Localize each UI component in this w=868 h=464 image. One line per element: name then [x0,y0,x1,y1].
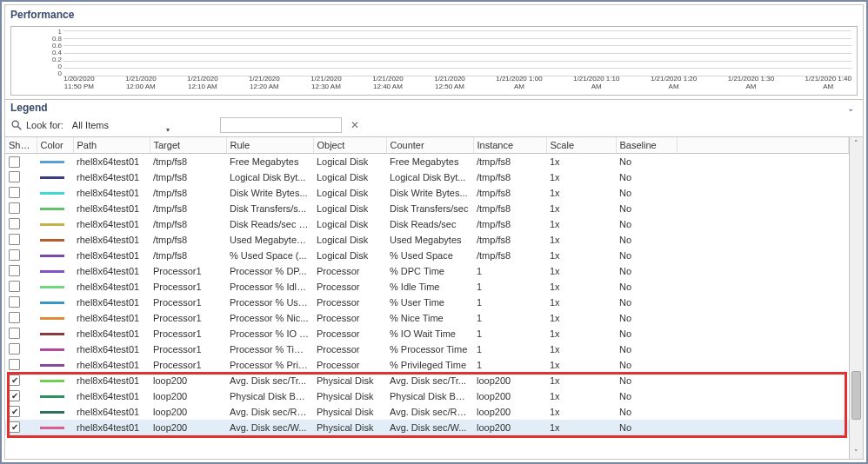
scroll-down-icon[interactable]: ˅ [854,447,858,459]
cell-baseline: No [616,420,677,435]
collapse-icon[interactable]: ⌄ [844,103,858,113]
table-row[interactable]: rhel8x64test01Processor1Processor % Tim.… [5,341,849,357]
cell-counter: Avg. Disk sec/Re... [386,404,473,420]
clear-filter-button[interactable]: ✕ [345,119,364,131]
table-row[interactable]: rhel8x64test01Processor1Processor % IO T… [5,326,849,341]
cell-scale: 1x [546,420,616,435]
table-row[interactable]: rhel8x64test01/tmp/fs8% Used Space (...L… [5,248,849,263]
scope-dropdown-value: All Items [72,120,109,130]
col-object[interactable]: Object [313,137,386,154]
performance-panel-title: Performance [5,5,863,24]
show-checkbox[interactable] [9,218,20,229]
chart-grid [63,30,851,76]
show-checkbox[interactable] [9,312,20,323]
show-checkbox[interactable] [9,406,20,417]
cell-rule: Avg. Disk sec/Tr... [226,373,313,388]
cell-baseline: No [616,279,677,295]
cell-scale: 1x [546,295,616,310]
cell-target: Processor1 [150,279,226,295]
show-checkbox[interactable] [9,249,20,261]
show-checkbox[interactable] [9,281,20,292]
show-checkbox[interactable] [9,328,20,339]
table-row[interactable]: rhel8x64test01loop200Avg. Disk sec/Tr...… [5,373,849,388]
table-row[interactable]: rhel8x64test01loop200Physical Disk Byt..… [5,388,849,404]
cell-counter: % Nice Time [386,310,473,326]
show-checkbox[interactable] [9,359,20,370]
cell-scale: 1x [546,279,616,295]
cell-counter: % Privileged Time [386,357,473,373]
vertical-scrollbar[interactable]: ˄ ˅ [849,137,863,459]
table-row[interactable]: rhel8x64test01Processor1Processor % Priv… [5,357,849,373]
cell-instance: /tmp/fs8 [473,248,546,263]
col-color[interactable]: Color [37,137,73,154]
color-swatch [40,223,64,226]
table-row[interactable]: rhel8x64test01/tmp/fs8Used Megabytes (..… [5,232,849,248]
scope-dropdown[interactable]: All Items ▾ [69,117,173,133]
show-checkbox[interactable] [9,296,20,308]
show-checkbox[interactable] [9,234,20,245]
cell-counter: % Processor Time [386,341,473,357]
col-path[interactable]: Path [73,137,150,154]
scroll-up-icon[interactable]: ˄ [854,137,858,149]
cell-scale: 1x [546,232,616,248]
color-swatch [40,239,64,242]
cell-object: Processor [313,341,386,357]
cell-rule: Processor % IO T... [226,326,313,341]
table-row[interactable]: rhel8x64test01loop200Avg. Disk sec/Re...… [5,404,849,420]
table-row[interactable]: rhel8x64test01/tmp/fs8Disk Write Bytes..… [5,185,849,201]
scroll-track[interactable] [850,149,863,447]
col-rule[interactable]: Rule [226,137,313,154]
look-for-label: Look for: [26,120,63,130]
col-scale[interactable]: Scale [546,137,616,154]
performance-chart[interactable]: 1 0.8 0.6 0.4 0.2 0 0 1/20/202011:50 PM1… [10,26,858,96]
show-checkbox[interactable] [9,375,20,386]
cell-scale: 1x [546,169,616,185]
show-checkbox[interactable] [9,343,20,355]
cell-baseline: No [616,295,677,310]
col-instance[interactable]: Instance [473,137,546,154]
show-checkbox[interactable] [9,187,20,198]
table-row[interactable]: rhel8x64test01/tmp/fs8Logical Disk Byt..… [5,169,849,185]
table-row[interactable]: rhel8x64test01Processor1Processor % Idle… [5,279,849,295]
cell-baseline: No [616,169,677,185]
x-tick: 1/21/2020 1:20AM [651,76,697,95]
cell-instance: 1 [473,341,546,357]
cell-scale: 1x [546,216,616,232]
cell-target: Processor1 [150,310,226,326]
col-counter[interactable]: Counter [386,137,473,154]
col-baseline[interactable]: Baseline [616,137,677,154]
table-row[interactable]: rhel8x64test01/tmp/fs8Disk Transfers/s..… [5,201,849,216]
legend-table-header: Show Color Path Target Rule Object Count… [5,137,849,154]
table-row[interactable]: rhel8x64test01/tmp/fs8Disk Reads/sec (..… [5,216,849,232]
table-row[interactable]: rhel8x64test01Processor1Processor % Use.… [5,295,849,310]
table-row[interactable]: rhel8x64test01loop200Avg. Disk sec/W...P… [5,420,849,435]
col-target[interactable]: Target [150,137,226,154]
legend-title: Legend [10,102,48,114]
show-checkbox[interactable] [9,390,20,401]
show-checkbox[interactable] [9,265,20,276]
scroll-thumb[interactable] [851,371,861,420]
color-swatch [40,427,64,429]
table-row[interactable]: rhel8x64test01Processor1Processor % Nic.… [5,310,849,326]
show-checkbox[interactable] [9,171,20,182]
filter-input[interactable] [220,117,342,133]
cell-rule: Processor % Tim... [226,341,313,357]
cell-object: Logical Disk [313,169,386,185]
cell-rule: Disk Transfers/s... [226,201,313,216]
show-checkbox[interactable] [9,421,20,433]
col-show[interactable]: Show [5,137,37,154]
cell-rule: Disk Write Bytes... [226,185,313,201]
cell-baseline: No [616,263,677,279]
show-checkbox[interactable] [9,156,20,168]
cell-baseline: No [616,404,677,420]
cell-target: Processor1 [150,357,226,373]
cell-path: rhel8x64test01 [73,154,150,169]
show-checkbox[interactable] [9,202,20,214]
cell-path: rhel8x64test01 [73,216,150,232]
table-row[interactable]: rhel8x64test01/tmp/fs8Free MegabytesLogi… [5,154,849,169]
table-row[interactable]: rhel8x64test01Processor1Processor % DP..… [5,263,849,279]
color-swatch [40,192,64,195]
cell-path: rhel8x64test01 [73,263,150,279]
cell-instance: /tmp/fs8 [473,185,546,201]
cell-counter: Free Megabytes [386,154,473,169]
